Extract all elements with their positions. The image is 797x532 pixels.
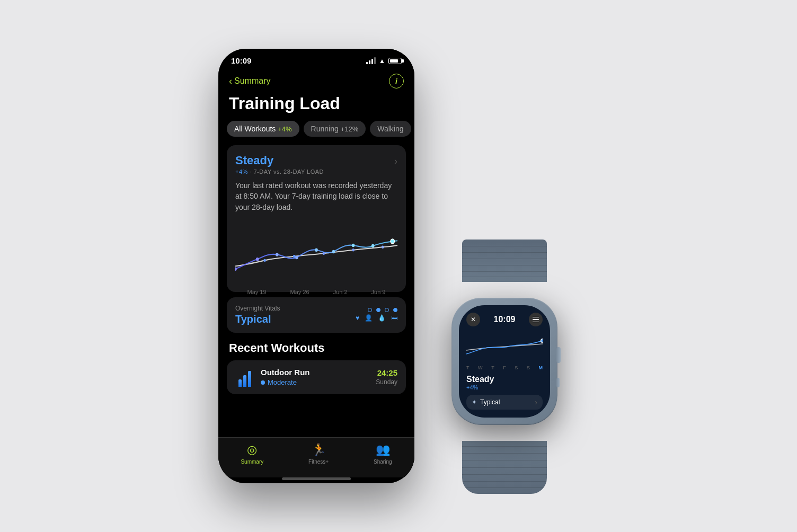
workout-card[interactable]: Outdoor Run Moderate 24:25 Sunday bbox=[227, 360, 406, 394]
vitals-card[interactable]: Overnight Vitals Typical ♥ 👤 bbox=[227, 297, 406, 333]
watch-day-T2: T bbox=[491, 365, 494, 370]
sharing-tab-label: Sharing bbox=[374, 459, 392, 465]
tab-change: +12% bbox=[341, 125, 359, 133]
tab-sharing[interactable]: 👥 Sharing bbox=[374, 443, 392, 465]
vitals-left: Overnight Vitals Typical bbox=[235, 305, 280, 325]
training-chart: May 19 May 26 Jun 2 Jun 9 bbox=[235, 220, 397, 283]
watch-day-W: W bbox=[478, 365, 483, 370]
watch-button bbox=[556, 378, 560, 387]
watch-day-M: M bbox=[539, 365, 543, 370]
watch-band-top bbox=[462, 240, 547, 282]
svg-point-7 bbox=[371, 244, 375, 248]
training-description: Your last rated workout was recorded yes… bbox=[235, 180, 397, 212]
watch-status-pct: +4% bbox=[466, 384, 543, 391]
watch-screen: ✕ 10:09 bbox=[459, 305, 550, 418]
filter-tab-running[interactable]: Running +12% bbox=[304, 121, 366, 137]
watch-time: 10:09 bbox=[494, 315, 516, 324]
back-label: Summary bbox=[234, 76, 270, 86]
svg-point-5 bbox=[332, 250, 335, 254]
menu-line-3 bbox=[533, 322, 539, 323]
intensity-label: Moderate bbox=[268, 378, 297, 386]
workout-right: 24:25 Sunday bbox=[376, 368, 397, 386]
summary-tab-label: Summary bbox=[241, 459, 263, 465]
vitals-icons: ♥ 👤 💧 🛏 bbox=[356, 308, 397, 322]
tab-summary[interactable]: ◎ Summary bbox=[241, 443, 263, 465]
watch-vitals-row[interactable]: ✦ Typical › bbox=[466, 395, 543, 410]
svg-point-14 bbox=[541, 339, 543, 343]
tab-bar: ◎ Summary 🏃 Fitness+ 👥 Sharing bbox=[218, 437, 414, 477]
summary-tab-icon: ◎ bbox=[247, 443, 257, 457]
watch-vitals-icon: ✦ bbox=[472, 398, 477, 406]
svg-point-6 bbox=[352, 244, 355, 247]
status-icons: ▲ bbox=[366, 57, 402, 65]
info-icon: i bbox=[395, 77, 397, 85]
tab-change: +4% bbox=[278, 125, 291, 133]
recent-workouts-header: Recent Workouts bbox=[218, 333, 414, 360]
workout-name: Outdoor Run bbox=[261, 368, 369, 377]
wifi-icon: ▲ bbox=[379, 57, 385, 65]
band-lines-bottom bbox=[462, 441, 547, 494]
chart-labels: May 19 May 26 Jun 2 Jun 9 bbox=[235, 286, 397, 295]
watch-body: ✕ 10:09 bbox=[451, 298, 557, 425]
back-button[interactable]: ‹ Summary bbox=[229, 76, 270, 87]
watch-menu-button[interactable] bbox=[529, 313, 543, 326]
intensity-dot bbox=[261, 380, 265, 385]
heart-icon: ♥ bbox=[356, 314, 359, 322]
watch-day-S2: S bbox=[527, 365, 530, 370]
chart-label-2: May 26 bbox=[290, 289, 309, 295]
svg-point-9 bbox=[263, 259, 266, 262]
battery-icon bbox=[388, 58, 402, 64]
watch-vitals-label: Typical bbox=[480, 398, 500, 406]
page-title: Training Load bbox=[218, 91, 414, 121]
watch-band-bottom bbox=[462, 441, 547, 494]
chart-label-3: Jun 2 bbox=[333, 289, 348, 295]
watch-day-F: F bbox=[503, 365, 506, 370]
filter-tab-all-workouts[interactable]: All Workouts +4% bbox=[227, 121, 299, 137]
vitals-label: Overnight Vitals bbox=[235, 305, 280, 312]
vitals-dot-2 bbox=[376, 308, 380, 312]
fitness-plus-tab-icon: 🏃 bbox=[312, 443, 326, 457]
vitals-dots-row bbox=[368, 308, 397, 312]
chevron-right-icon: › bbox=[394, 156, 397, 167]
bar-chart-icon bbox=[238, 371, 251, 387]
sleep-icon: 🛏 bbox=[391, 314, 397, 322]
tab-label: Walking bbox=[377, 125, 403, 133]
svg-point-11 bbox=[323, 252, 325, 254]
dynamic-island bbox=[285, 55, 348, 73]
watch-crown bbox=[556, 347, 561, 363]
svg-point-2 bbox=[276, 253, 279, 256]
training-card: Steady › +4% · 7-DAY vs. 28-DAY LOAD You… bbox=[227, 145, 406, 292]
home-indicator bbox=[282, 477, 351, 480]
apple-watch-device: ✕ 10:09 bbox=[430, 271, 579, 451]
training-status-row: Steady › bbox=[235, 154, 397, 167]
svg-point-12 bbox=[352, 249, 355, 251]
person-icon: 👤 bbox=[365, 314, 373, 322]
filter-tab-walking[interactable]: Walking bbox=[370, 121, 411, 137]
vitals-dot-4 bbox=[393, 308, 397, 312]
training-percent: +4% bbox=[235, 169, 248, 175]
vitals-dot-3 bbox=[385, 308, 389, 312]
tab-label: Running bbox=[311, 125, 341, 133]
vitals-status: Typical bbox=[235, 313, 280, 325]
svg-point-13 bbox=[382, 245, 384, 248]
back-chevron-icon: ‹ bbox=[229, 76, 232, 87]
watch-chart bbox=[466, 332, 543, 361]
watch-header: ✕ 10:09 bbox=[466, 313, 543, 326]
watch-status-title: Steady bbox=[466, 375, 543, 384]
svg-point-8 bbox=[391, 239, 394, 244]
svg-point-10 bbox=[293, 255, 296, 258]
vitals-dot-1 bbox=[368, 308, 372, 312]
main-scroll: All Workouts +4% Running +12% Walking St… bbox=[218, 121, 414, 437]
watch-status: Steady +4% bbox=[466, 375, 543, 391]
watch-close-icon: ✕ bbox=[471, 316, 476, 323]
watch-day-S1: S bbox=[515, 365, 518, 370]
chart-svg bbox=[235, 220, 397, 283]
watch-close-button[interactable]: ✕ bbox=[466, 313, 480, 326]
iphone-screen: 10:09 ▲ bbox=[218, 49, 414, 483]
svg-point-1 bbox=[256, 258, 259, 261]
tab-fitness-plus[interactable]: 🏃 Fitness+ bbox=[308, 443, 329, 465]
vitals-small-icons: ♥ 👤 💧 🛏 bbox=[356, 314, 397, 322]
status-time: 10:09 bbox=[231, 56, 251, 65]
menu-line-2 bbox=[533, 319, 539, 320]
info-button[interactable]: i bbox=[389, 74, 404, 88]
